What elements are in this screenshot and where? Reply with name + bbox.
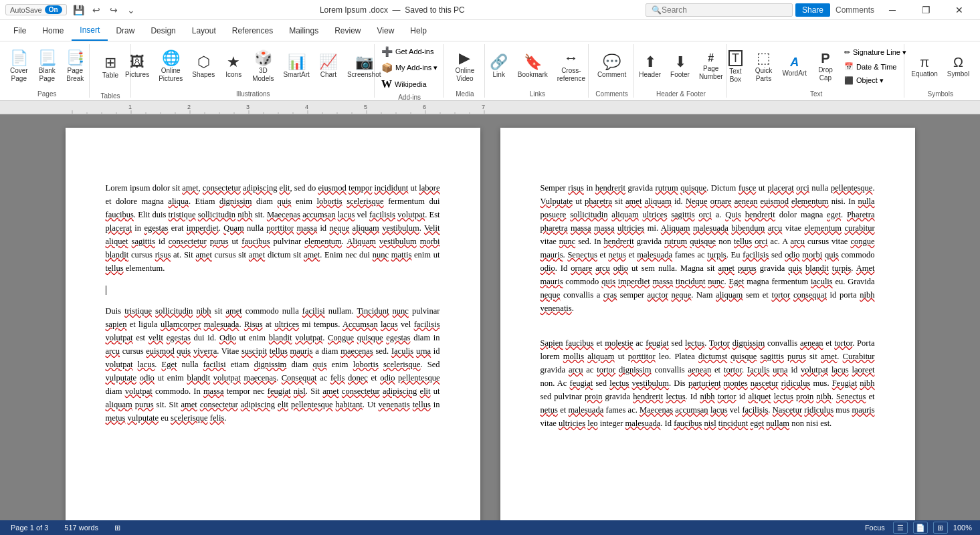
redo-button[interactable]: ↪ <box>106 2 122 18</box>
p2-quisque: quisque <box>680 183 706 193</box>
my-add-ins-button[interactable]: 📦 My Add-ins ▾ <box>377 60 442 75</box>
object-button[interactable]: ⬛ Object ▾ <box>840 74 910 87</box>
ribbon-group-text: T TextBox ⬚ QuickParts A WordArt P DropC… <box>728 44 904 98</box>
search-bar[interactable]: 🔍 <box>646 3 793 17</box>
page-info[interactable]: Page 1 of 3 <box>8 524 51 532</box>
signature-line-button[interactable]: ✏ Signature Line ▾ <box>840 46 910 59</box>
tab-layout[interactable]: Layout <box>184 20 224 41</box>
link-button[interactable]: 🔗 Link <box>486 47 512 87</box>
header-button[interactable]: ⬆ Header <box>635 47 665 87</box>
signature-line-icon: ✏ <box>844 48 850 57</box>
word-dignissim-2: dignissim <box>254 360 287 369</box>
undo-button[interactable]: ↩ <box>88 2 104 18</box>
p2b-facilisis: facilisis <box>742 405 768 415</box>
autosave-control[interactable]: AutoSave On <box>5 4 67 15</box>
pages-items: 📄 CoverPage 📃 BlankPage 📑 PageBreak <box>5 44 88 89</box>
word-quis-2: quis <box>177 346 191 356</box>
shapes-button[interactable]: ⬡ Shapes <box>188 47 219 87</box>
search-icon: 🔍 <box>652 5 662 15</box>
tab-view[interactable]: View <box>369 20 403 41</box>
p2-neque-2: neque <box>541 290 561 300</box>
online-video-button[interactable]: ▶ OnlineVideo <box>451 47 478 87</box>
word-dignissim: dignissim <box>219 197 252 206</box>
minimize-button[interactable]: ─ <box>877 0 908 20</box>
tab-references[interactable]: References <box>224 20 281 41</box>
word-blandit-3: blandit <box>187 373 210 383</box>
cover-page-button[interactable]: 📄 CoverPage <box>5 47 32 87</box>
wikipedia-button[interactable]: W Wikipedia <box>377 76 431 92</box>
share-button[interactable]: Share <box>795 3 830 17</box>
equation-button[interactable]: π Equation <box>907 47 941 87</box>
page-break-button[interactable]: 📑 PageBreak <box>62 47 88 87</box>
tab-design[interactable]: Design <box>142 20 183 41</box>
word-adipiscing-1: adipiscing <box>243 183 277 193</box>
drop-cap-button[interactable]: P DropCap <box>812 47 839 87</box>
tab-draw[interactable]: Draw <box>108 20 142 41</box>
svg-text:3: 3 <box>246 104 250 110</box>
tab-home[interactable]: Home <box>34 20 72 41</box>
online-pictures-button[interactable]: 🌐 OnlinePictures <box>155 47 187 87</box>
p2-quis-3: quis <box>788 263 802 273</box>
focus-button[interactable]: Focus <box>862 524 888 532</box>
comment-button[interactable]: 💬 Comment <box>593 47 630 87</box>
quick-parts-icon: ⬚ <box>757 51 771 66</box>
p2-netus: netus <box>608 250 625 259</box>
tab-file[interactable]: File <box>5 20 34 41</box>
word-felis: felis <box>330 373 345 383</box>
symbol-button[interactable]: Ω Symbol <box>943 47 973 87</box>
wordart-button[interactable]: A WordArt <box>778 47 811 87</box>
p2-massa-3: massa <box>653 277 674 286</box>
word-iaculis: Iaculis <box>391 346 413 356</box>
blank-page-button[interactable]: 📃 BlankPage <box>33 47 60 87</box>
p2b-ultricies: ultricies <box>559 419 585 428</box>
date-time-button[interactable]: 📅 Date & Time <box>840 60 910 73</box>
tab-help[interactable]: Help <box>402 20 435 41</box>
bookmark-button[interactable]: 🔖 Bookmark <box>514 47 552 87</box>
view-print-layout[interactable]: ☰ <box>893 522 908 534</box>
word-accumsan-2: Accumsan <box>342 320 378 329</box>
p2b-leo: leo <box>587 419 597 428</box>
ruler-svg: 1 2 3 4 5 6 7 <box>0 101 980 114</box>
p2b-feugiat: feugiat <box>646 338 669 348</box>
p2-quis-2: quis <box>825 250 839 259</box>
svg-text:7: 7 <box>482 104 485 110</box>
save-button[interactable]: 💾 <box>71 2 87 18</box>
cross-reference-button[interactable]: ↔ Cross-reference <box>553 47 589 87</box>
3d-models-button[interactable]: 🎲 3DModels <box>248 47 278 87</box>
smartart-button[interactable]: 📊 SmartArt <box>279 47 313 87</box>
view-web-layout[interactable]: 📄 <box>913 522 928 534</box>
customize-button[interactable]: ⌄ <box>123 2 139 18</box>
tab-mailings[interactable]: Mailings <box>281 20 326 41</box>
svg-text:1: 1 <box>128 104 132 110</box>
word-habitant: habitant <box>336 400 363 409</box>
word-volutpat-4: volutpat <box>106 360 133 369</box>
icons-button[interactable]: ★ Icons <box>220 47 247 87</box>
chart-button[interactable]: 📈 Chart <box>315 47 342 87</box>
pictures-button[interactable]: 🖼 Pictures <box>121 47 153 87</box>
word-count[interactable]: 517 words <box>62 524 101 532</box>
word-neque: neque <box>329 223 349 233</box>
view-outline[interactable]: ⊞ <box>933 522 948 534</box>
get-add-ins-button[interactable]: ➕ Get Add-ins <box>377 44 437 59</box>
p2b-porttitor: porttitor <box>628 352 656 361</box>
comments-button[interactable]: Comments <box>836 5 874 15</box>
p2b-proin-2: proin <box>796 392 813 401</box>
text-box-button[interactable]: T TextBox <box>722 47 749 87</box>
quick-parts-button[interactable]: ⬚ QuickParts <box>750 47 777 87</box>
table-button[interactable]: ⊞ Table <box>97 44 124 91</box>
p2b-feugiat-3: Feugiat <box>832 379 858 388</box>
autosave-toggle[interactable]: On <box>45 5 62 14</box>
cursor-line[interactable] <box>106 283 440 296</box>
close-button[interactable]: ✕ <box>944 0 975 20</box>
tab-review[interactable]: Review <box>326 20 369 41</box>
online-video-label: OnlineVideo <box>455 67 474 83</box>
p2-auctor: auctor <box>648 290 668 300</box>
restore-button[interactable]: ❐ <box>910 0 941 20</box>
p2-hendrerit-3: hendrerit <box>603 237 633 246</box>
tab-insert[interactable]: Insert <box>72 20 108 41</box>
svg-text:2: 2 <box>187 104 191 110</box>
search-input[interactable] <box>662 5 782 15</box>
language-button[interactable]: ⊞ <box>112 524 123 532</box>
word-nunc: nunc <box>373 250 389 259</box>
footer-button[interactable]: ⬇ Footer <box>666 47 694 87</box>
